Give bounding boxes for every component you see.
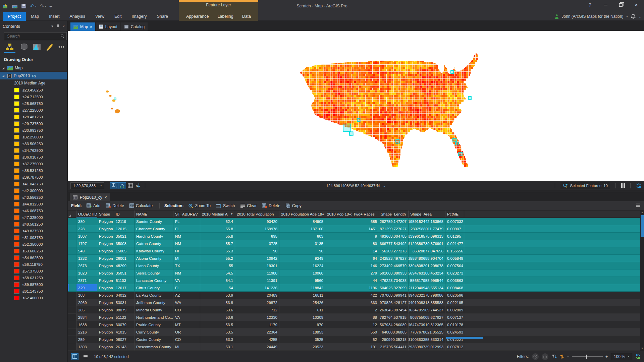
cell-2010-median-a[interactable]: 53.5: [200, 321, 235, 328]
cell-name[interactable]: Jefferson County: [135, 299, 173, 306]
cell-2010-pop-18-two-races[interactable]: 88: [325, 314, 379, 321]
cell-name[interactable]: Alcona County: [135, 255, 173, 262]
cell-shape-area[interactable]: 2936980739.012993: [409, 343, 445, 351]
legend-swatch[interactable]: [14, 242, 19, 247]
legend-swatch[interactable]: [14, 95, 19, 99]
ribbon-tab-analysis[interactable]: Analysis: [65, 12, 91, 21]
row-selector[interactable]: [68, 255, 76, 262]
list-by-selection-button[interactable]: [33, 43, 41, 51]
cell-objectid[interactable]: 549: [76, 247, 97, 255]
column-header-id[interactable]: ID: [114, 210, 135, 218]
cell-objectid[interactable]: 1823: [76, 269, 97, 277]
legend-item[interactable]: ≤24.712500: [0, 94, 67, 100]
cell-pctme[interactable]: 0.003863: [445, 277, 464, 284]
cell-id[interactable]: 12017: [114, 284, 135, 292]
cell-pctme[interactable]: 0.002809: [445, 306, 464, 314]
legend-item[interactable]: ≤36.018750: [0, 154, 67, 161]
cell-2010-total-population[interactable]: 11391: [235, 277, 279, 284]
cell-2010-median-a[interactable]: 53.5: [200, 328, 235, 336]
cell-st-abbrev[interactable]: NM: [173, 269, 200, 277]
row-selector[interactable]: [68, 269, 76, 277]
redo-button[interactable]: ↷▾: [40, 3, 46, 9]
cell-shape[interactable]: Polygon: [97, 225, 114, 233]
cell-2010-median-a[interactable]: 53.6: [200, 314, 235, 321]
cell-name[interactable]: Mineral County: [135, 306, 173, 314]
row-selector[interactable]: [68, 292, 76, 299]
zoom-out-icon[interactable]: −: [567, 354, 569, 359]
cell-name[interactable]: Sumter County: [135, 218, 173, 225]
field-add-button[interactable]: Add: [85, 203, 102, 209]
cell-id[interactable]: 41015: [114, 328, 135, 336]
cell-st-abbrev[interactable]: NM: [173, 233, 200, 240]
close-table-icon[interactable]: ×: [105, 195, 107, 200]
cell-2010-total-population[interactable]: 20489: [235, 292, 279, 299]
cell-id[interactable]: 08079: [114, 306, 135, 314]
zoom-slider-thumb[interactable]: [586, 355, 587, 359]
legend-swatch[interactable]: [14, 188, 19, 193]
scroll-up-icon[interactable]: ▲: [640, 210, 644, 215]
cell-2010-median-a[interactable]: 62.4: [200, 218, 235, 225]
legend-swatch[interactable]: [14, 262, 19, 267]
legend-item[interactable]: ≤62.400000: [0, 295, 67, 301]
table-row[interactable]: 285Polygon08079Mineral CountyCO53.671261…: [68, 306, 644, 314]
cell-shape[interactable]: Polygon: [97, 255, 114, 262]
cell-2010-population-age-18-[interactable]: 16811: [279, 292, 325, 299]
cell-2010-median-a[interactable]: 54: [200, 284, 235, 292]
column-header-2010-population-age-18-[interactable]: 2010 Population Age 18+: [279, 210, 325, 218]
legend-swatch[interactable]: [14, 88, 19, 93]
cell-shape[interactable]: Polygon: [97, 269, 114, 277]
selection-switch-button[interactable]: Switch: [214, 203, 237, 209]
cell-name[interactable]: Northumberland Co...: [135, 314, 173, 321]
cell-objectid[interactable]: 103: [76, 292, 97, 299]
ribbon-tab-map[interactable]: Map: [26, 12, 44, 21]
cell-shape-length[interactable]: 215795.564411: [379, 343, 409, 351]
column-header-objectid[interactable]: OBJECTID: [76, 210, 97, 218]
cell-shape[interactable]: Polygon: [97, 299, 114, 306]
legend-item[interactable]: ≤23.456250: [0, 87, 67, 94]
cell-2010-total-population[interactable]: 19301: [235, 262, 279, 269]
legend-item[interactable]: ≤28.481250: [0, 114, 67, 120]
cell-name[interactable]: Prairie County: [135, 321, 173, 328]
cell-shape-area[interactable]: 6946232178.798086: [409, 292, 445, 299]
table-row[interactable]: 549Polygon15005Kalawao CountyHI55.390901…: [68, 247, 644, 255]
cell-2010-pop-18-two-races[interactable]: 279: [325, 269, 379, 277]
legend-item[interactable]: ≤57.375000: [0, 268, 67, 275]
cell-2010-median-a[interactable]: 53.9: [200, 292, 235, 299]
cell-shape-length[interactable]: 493663.004785: [379, 233, 409, 240]
legend-swatch[interactable]: [14, 208, 19, 213]
cell-objectid[interactable]: 2871: [76, 277, 97, 284]
cell-2010-total-population[interactable]: 712: [235, 306, 279, 314]
table-row[interactable]: 1807Polygon35021Harding CountyNM55.86956…: [68, 233, 644, 240]
cell-2010-total-population[interactable]: 29872: [235, 299, 279, 306]
ribbon-tab-edit[interactable]: Edit: [109, 12, 127, 21]
cell-shape-length[interactable]: 263045.087494: [379, 306, 409, 314]
table-zoom-slider[interactable]: − +: [567, 354, 608, 359]
more-options-button[interactable]: •••: [58, 44, 65, 50]
legend-swatch[interactable]: [14, 276, 19, 280]
cell-shape-length[interactable]: 273492.469579: [379, 262, 409, 269]
table-row[interactable]: 329Polygon12017Citrus CountyFL5414123611…: [68, 284, 644, 292]
cell-2010-population-age-18-[interactable]: 611: [279, 306, 325, 314]
help-button[interactable]: ?: [582, 0, 598, 10]
cell-2010-pop-18-two-races[interactable]: 12: [325, 321, 379, 328]
refresh-table-icon[interactable]: [635, 354, 641, 359]
cell-2010-total-population[interactable]: 93420: [235, 218, 279, 225]
cell-id[interactable]: 04012: [114, 292, 135, 299]
cell-name[interactable]: Harding County: [135, 233, 173, 240]
cell-id[interactable]: 15005: [114, 247, 135, 255]
expander-icon[interactable]: ◢: [2, 74, 5, 77]
cell-name[interactable]: Sierra County: [135, 269, 173, 277]
cell-2010-pop-18-two-races[interactable]: 422: [325, 292, 379, 299]
field-delete-button[interactable]: Delete: [104, 203, 126, 209]
legend-item[interactable]: ≤61.143750: [0, 288, 67, 295]
cell-2010-total-population[interactable]: 141236: [235, 284, 279, 292]
cell-name[interactable]: Roscommon County: [135, 343, 173, 351]
cell-2010-population-age-18-[interactable]: 20523: [279, 343, 325, 351]
notifications-bell-icon[interactable]: [631, 14, 636, 19]
cell-st-abbrev[interactable]: MT: [173, 321, 200, 328]
legend-item[interactable]: ≤27.225000: [0, 107, 67, 114]
cell-shape[interactable]: Polygon: [97, 262, 114, 269]
layer-visibility-checkbox[interactable]: ✓: [7, 74, 12, 78]
legend-swatch[interactable]: [14, 269, 19, 274]
cell-id[interactable]: 51133: [114, 314, 135, 321]
